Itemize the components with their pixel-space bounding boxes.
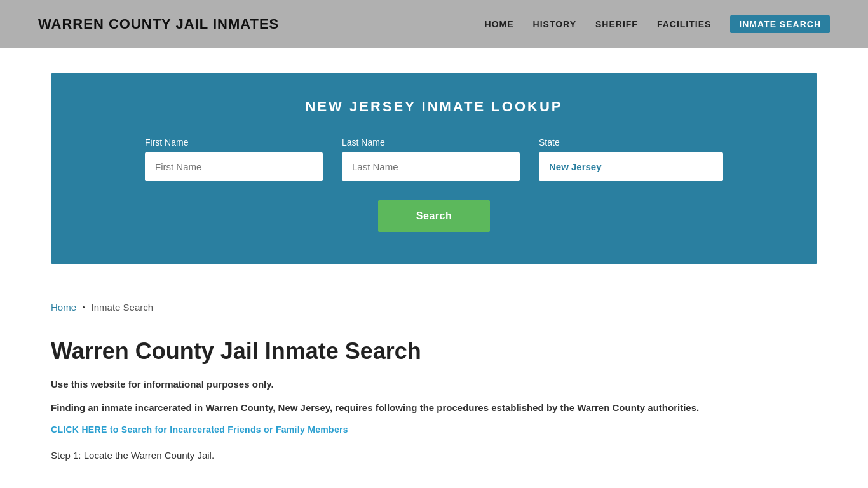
search-button-wrap: Search (89, 200, 779, 232)
nav-home[interactable]: HOME (485, 19, 514, 29)
last-name-group: Last Name (342, 137, 520, 181)
breadcrumb: Home • Inmate Search (0, 289, 868, 325)
header: WARREN COUNTY JAIL INMATES HOME HISTORY … (0, 0, 868, 48)
info-text-2: Finding an inmate incarcerated in Warren… (51, 401, 817, 416)
breadcrumb-current-page: Inmate Search (92, 302, 154, 313)
search-fields-row: First Name Last Name State (89, 137, 779, 181)
site-title: WARREN COUNTY JAIL INMATES (38, 16, 279, 32)
search-button[interactable]: Search (378, 200, 490, 232)
state-input[interactable] (539, 152, 723, 181)
nav-sheriff[interactable]: SHERIFF (595, 19, 638, 29)
nav-inmate-search[interactable]: INMATE SEARCH (730, 15, 830, 33)
click-here-link[interactable]: CLICK HERE to Search for Incarcerated Fr… (51, 424, 348, 435)
state-group: State (539, 137, 723, 181)
step-1-text: Step 1: Locate the Warren County Jail. (51, 450, 817, 461)
state-label: State (539, 137, 723, 147)
last-name-input[interactable] (342, 152, 520, 181)
inmate-lookup-section: NEW JERSEY INMATE LOOKUP First Name Last… (51, 73, 817, 264)
first-name-input[interactable] (145, 152, 323, 181)
main-content: Warren County Jail Inmate Search Use thi… (0, 325, 868, 486)
last-name-label: Last Name (342, 137, 520, 147)
page-title: Warren County Jail Inmate Search (51, 338, 817, 365)
first-name-label: First Name (145, 137, 323, 147)
nav-history[interactable]: HISTORY (533, 19, 576, 29)
lookup-title: NEW JERSEY INMATE LOOKUP (89, 98, 779, 115)
breadcrumb-separator: • (83, 304, 85, 311)
breadcrumb-home-link[interactable]: Home (51, 302, 76, 313)
info-text-1: Use this website for informational purpo… (51, 377, 817, 392)
main-nav: HOME HISTORY SHERIFF FACILITIES INMATE S… (485, 15, 830, 33)
first-name-group: First Name (145, 137, 323, 181)
nav-facilities[interactable]: FACILITIES (657, 19, 711, 29)
